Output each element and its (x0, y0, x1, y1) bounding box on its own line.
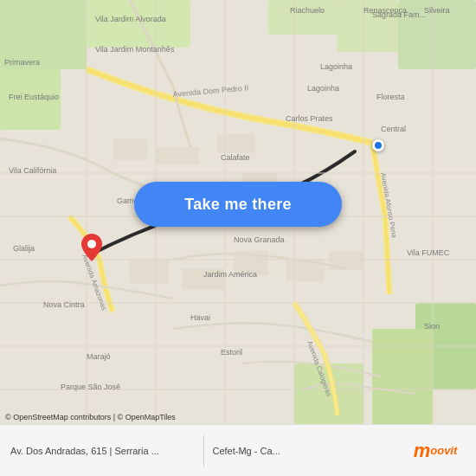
take-me-there-button[interactable]: Take me there (134, 182, 342, 227)
svg-text:Carlos Prates: Carlos Prates (286, 114, 333, 123)
svg-rect-4 (87, 0, 190, 48)
svg-text:Nova Granada: Nova Granada (234, 235, 285, 244)
svg-rect-23 (156, 147, 199, 164)
origin-dot (372, 139, 384, 151)
svg-text:Lagoinha: Lagoinha (320, 62, 352, 71)
svg-text:Estoril: Estoril (221, 348, 242, 357)
svg-text:Vila Jardim Montanhês: Vila Jardim Montanhês (95, 45, 175, 54)
svg-text:Glalija: Glalija (13, 244, 35, 253)
svg-text:Frei Eustáquio: Frei Eustáquio (9, 93, 59, 101)
svg-text:Lagoinha: Lagoinha (307, 84, 339, 93)
svg-text:Central: Central (381, 125, 406, 133)
svg-text:Sion: Sion (424, 322, 440, 331)
svg-text:Havai: Havai (190, 313, 210, 322)
map-attribution: © OpenStreetMap contributors | © OpenMap… (5, 413, 176, 421)
destination-pin (81, 234, 102, 265)
svg-text:Riachuelo: Riachuelo (290, 6, 325, 15)
bottom-bar: Av. Dos Andradas, 615 | Serraria ... Cef… (0, 424, 476, 476)
svg-text:Jardim América: Jardim América (203, 270, 257, 279)
svg-rect-22 (113, 138, 147, 160)
svg-text:Floresta: Floresta (376, 93, 405, 101)
svg-text:Calafate: Calafate (221, 153, 250, 162)
svg-text:Primavera: Primavera (4, 58, 40, 67)
svg-text:Vila FUMEC: Vila FUMEC (407, 248, 450, 257)
moovit-m: m (414, 440, 431, 462)
moovit-logo: m oovit (405, 438, 466, 464)
bottom-bar-divider (203, 435, 204, 466)
svg-rect-27 (130, 260, 169, 284)
svg-rect-31 (329, 251, 363, 270)
moovit-text: oovit (430, 444, 457, 457)
svg-rect-3 (268, 0, 338, 35)
svg-text:Vila Jardim Alvorada: Vila Jardim Alvorada (95, 15, 166, 23)
map-container: Avenida Dom Pedro II Avenida Afonso Pena… (0, 0, 476, 424)
svg-text:Nova Cintra: Nova Cintra (43, 300, 85, 309)
svg-text:Silveira: Silveira (424, 6, 450, 15)
svg-text:Parque São José: Parque São José (61, 383, 120, 391)
svg-rect-30 (286, 260, 325, 281)
svg-point-63 (87, 240, 96, 248)
svg-text:Vila Califórnia: Vila Califórnia (9, 166, 56, 175)
to-location-label: Cefet-Mg - Ca... (213, 446, 397, 456)
svg-text:Renascença: Renascença (363, 6, 407, 15)
from-location-label: Av. Dos Andradas, 615 | Serraria ... (10, 446, 195, 456)
svg-text:Marajó: Marajó (87, 352, 111, 361)
svg-rect-8 (372, 329, 433, 424)
svg-rect-24 (216, 134, 255, 153)
